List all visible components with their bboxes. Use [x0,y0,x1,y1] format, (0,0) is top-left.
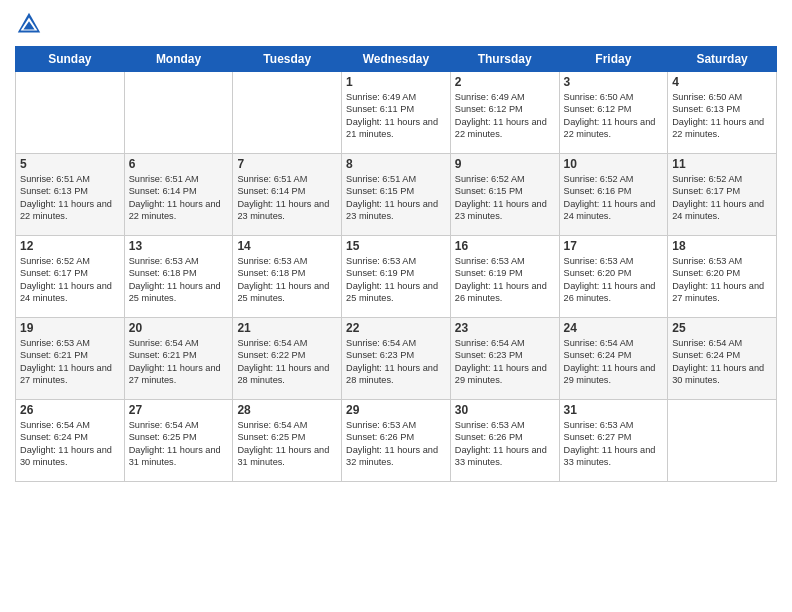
day-number: 20 [129,321,229,335]
calendar-cell: 14Sunrise: 6:53 AM Sunset: 6:18 PM Dayli… [233,236,342,318]
calendar-cell: 8Sunrise: 6:51 AM Sunset: 6:15 PM Daylig… [342,154,451,236]
day-of-week-monday: Monday [124,47,233,72]
header [15,10,777,38]
calendar-cell: 11Sunrise: 6:52 AM Sunset: 6:17 PM Dayli… [668,154,777,236]
day-number: 5 [20,157,120,171]
calendar-cell: 12Sunrise: 6:52 AM Sunset: 6:17 PM Dayli… [16,236,125,318]
calendar-cell: 10Sunrise: 6:52 AM Sunset: 6:16 PM Dayli… [559,154,668,236]
day-number: 31 [564,403,664,417]
day-of-week-tuesday: Tuesday [233,47,342,72]
logo [15,10,47,38]
day-number: 28 [237,403,337,417]
calendar-cell: 24Sunrise: 6:54 AM Sunset: 6:24 PM Dayli… [559,318,668,400]
day-number: 23 [455,321,555,335]
calendar-cell: 18Sunrise: 6:53 AM Sunset: 6:20 PM Dayli… [668,236,777,318]
day-of-week-friday: Friday [559,47,668,72]
calendar-cell: 16Sunrise: 6:53 AM Sunset: 6:19 PM Dayli… [450,236,559,318]
day-info: Sunrise: 6:51 AM Sunset: 6:14 PM Dayligh… [129,173,229,223]
day-number: 7 [237,157,337,171]
day-info: Sunrise: 6:50 AM Sunset: 6:13 PM Dayligh… [672,91,772,141]
week-row-2: 12Sunrise: 6:52 AM Sunset: 6:17 PM Dayli… [16,236,777,318]
day-number: 29 [346,403,446,417]
day-number: 26 [20,403,120,417]
calendar-cell: 4Sunrise: 6:50 AM Sunset: 6:13 PM Daylig… [668,72,777,154]
day-info: Sunrise: 6:53 AM Sunset: 6:26 PM Dayligh… [346,419,446,469]
calendar-cell: 6Sunrise: 6:51 AM Sunset: 6:14 PM Daylig… [124,154,233,236]
calendar-cell: 25Sunrise: 6:54 AM Sunset: 6:24 PM Dayli… [668,318,777,400]
day-number: 24 [564,321,664,335]
day-of-week-sunday: Sunday [16,47,125,72]
day-number: 21 [237,321,337,335]
day-number: 2 [455,75,555,89]
day-info: Sunrise: 6:52 AM Sunset: 6:15 PM Dayligh… [455,173,555,223]
day-info: Sunrise: 6:50 AM Sunset: 6:12 PM Dayligh… [564,91,664,141]
day-number: 6 [129,157,229,171]
day-info: Sunrise: 6:54 AM Sunset: 6:25 PM Dayligh… [129,419,229,469]
calendar-cell [233,72,342,154]
calendar-cell: 3Sunrise: 6:50 AM Sunset: 6:12 PM Daylig… [559,72,668,154]
page: SundayMondayTuesdayWednesdayThursdayFrid… [0,0,792,612]
day-number: 12 [20,239,120,253]
day-info: Sunrise: 6:54 AM Sunset: 6:25 PM Dayligh… [237,419,337,469]
day-info: Sunrise: 6:52 AM Sunset: 6:17 PM Dayligh… [672,173,772,223]
day-info: Sunrise: 6:53 AM Sunset: 6:19 PM Dayligh… [346,255,446,305]
calendar-cell: 28Sunrise: 6:54 AM Sunset: 6:25 PM Dayli… [233,400,342,482]
day-info: Sunrise: 6:54 AM Sunset: 6:23 PM Dayligh… [346,337,446,387]
calendar-cell: 5Sunrise: 6:51 AM Sunset: 6:13 PM Daylig… [16,154,125,236]
day-number: 1 [346,75,446,89]
day-number: 9 [455,157,555,171]
calendar-cell [668,400,777,482]
day-info: Sunrise: 6:51 AM Sunset: 6:13 PM Dayligh… [20,173,120,223]
calendar-cell: 15Sunrise: 6:53 AM Sunset: 6:19 PM Dayli… [342,236,451,318]
calendar-cell: 19Sunrise: 6:53 AM Sunset: 6:21 PM Dayli… [16,318,125,400]
day-info: Sunrise: 6:53 AM Sunset: 6:20 PM Dayligh… [672,255,772,305]
day-info: Sunrise: 6:53 AM Sunset: 6:21 PM Dayligh… [20,337,120,387]
calendar-cell: 30Sunrise: 6:53 AM Sunset: 6:26 PM Dayli… [450,400,559,482]
day-info: Sunrise: 6:53 AM Sunset: 6:18 PM Dayligh… [129,255,229,305]
day-info: Sunrise: 6:49 AM Sunset: 6:12 PM Dayligh… [455,91,555,141]
day-number: 18 [672,239,772,253]
day-info: Sunrise: 6:54 AM Sunset: 6:24 PM Dayligh… [564,337,664,387]
day-number: 11 [672,157,772,171]
day-number: 10 [564,157,664,171]
calendar-cell: 29Sunrise: 6:53 AM Sunset: 6:26 PM Dayli… [342,400,451,482]
day-info: Sunrise: 6:53 AM Sunset: 6:26 PM Dayligh… [455,419,555,469]
day-info: Sunrise: 6:53 AM Sunset: 6:27 PM Dayligh… [564,419,664,469]
week-row-0: 1Sunrise: 6:49 AM Sunset: 6:11 PM Daylig… [16,72,777,154]
day-info: Sunrise: 6:53 AM Sunset: 6:18 PM Dayligh… [237,255,337,305]
calendar-header: SundayMondayTuesdayWednesdayThursdayFrid… [16,47,777,72]
day-of-week-saturday: Saturday [668,47,777,72]
day-of-week-thursday: Thursday [450,47,559,72]
day-info: Sunrise: 6:53 AM Sunset: 6:19 PM Dayligh… [455,255,555,305]
calendar-cell [16,72,125,154]
logo-icon [15,10,43,38]
week-row-3: 19Sunrise: 6:53 AM Sunset: 6:21 PM Dayli… [16,318,777,400]
calendar-cell: 23Sunrise: 6:54 AM Sunset: 6:23 PM Dayli… [450,318,559,400]
day-number: 14 [237,239,337,253]
calendar-cell: 17Sunrise: 6:53 AM Sunset: 6:20 PM Dayli… [559,236,668,318]
calendar-cell: 7Sunrise: 6:51 AM Sunset: 6:14 PM Daylig… [233,154,342,236]
week-row-4: 26Sunrise: 6:54 AM Sunset: 6:24 PM Dayli… [16,400,777,482]
day-number: 22 [346,321,446,335]
day-info: Sunrise: 6:53 AM Sunset: 6:20 PM Dayligh… [564,255,664,305]
day-number: 17 [564,239,664,253]
calendar-cell: 31Sunrise: 6:53 AM Sunset: 6:27 PM Dayli… [559,400,668,482]
day-of-week-wednesday: Wednesday [342,47,451,72]
calendar-cell: 13Sunrise: 6:53 AM Sunset: 6:18 PM Dayli… [124,236,233,318]
day-number: 30 [455,403,555,417]
calendar-table: SundayMondayTuesdayWednesdayThursdayFrid… [15,46,777,482]
day-info: Sunrise: 6:54 AM Sunset: 6:24 PM Dayligh… [20,419,120,469]
calendar-body: 1Sunrise: 6:49 AM Sunset: 6:11 PM Daylig… [16,72,777,482]
calendar-cell: 27Sunrise: 6:54 AM Sunset: 6:25 PM Dayli… [124,400,233,482]
week-row-1: 5Sunrise: 6:51 AM Sunset: 6:13 PM Daylig… [16,154,777,236]
day-info: Sunrise: 6:51 AM Sunset: 6:14 PM Dayligh… [237,173,337,223]
calendar-cell [124,72,233,154]
day-info: Sunrise: 6:52 AM Sunset: 6:17 PM Dayligh… [20,255,120,305]
day-number: 8 [346,157,446,171]
day-number: 19 [20,321,120,335]
day-info: Sunrise: 6:54 AM Sunset: 6:23 PM Dayligh… [455,337,555,387]
calendar-cell: 26Sunrise: 6:54 AM Sunset: 6:24 PM Dayli… [16,400,125,482]
day-info: Sunrise: 6:49 AM Sunset: 6:11 PM Dayligh… [346,91,446,141]
day-number: 15 [346,239,446,253]
day-number: 27 [129,403,229,417]
